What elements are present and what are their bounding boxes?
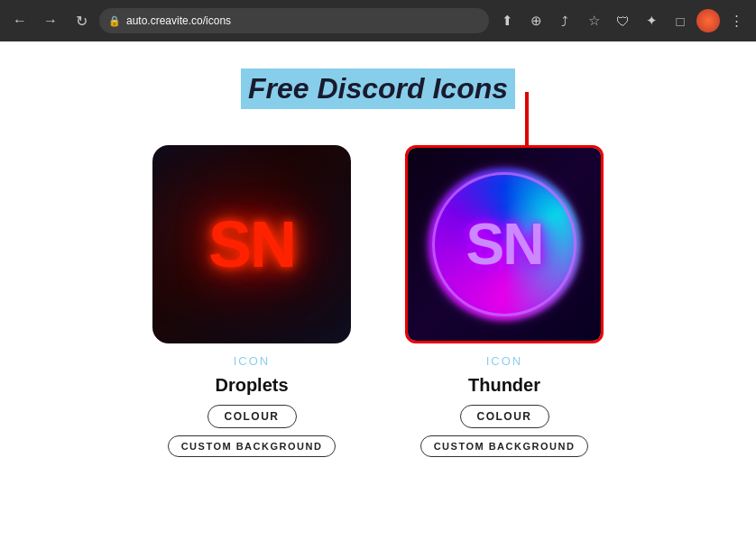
address-bar[interactable]: 🔒 auto.creavite.co/icons <box>99 8 489 33</box>
url-text: auto.creavite.co/icons <box>126 14 231 27</box>
reload-button[interactable]: ↻ <box>69 8 94 33</box>
zoom-icon[interactable]: ⊕ <box>523 8 549 33</box>
droplets-colour-button[interactable]: COLOUR <box>207 405 297 428</box>
tab-icon[interactable]: □ <box>668 8 693 33</box>
droplets-custom-bg-button[interactable]: CUSTOM BACKGROUND <box>168 435 337 457</box>
thunder-circle: SN <box>432 172 576 316</box>
page-content: Free Discord Icons SN ICON Droplets COLO… <box>0 41 756 484</box>
card-thunder: SN ICON Thunder COLOUR CUSTOM BACKGROUND <box>405 145 604 457</box>
droplets-icon: SN <box>152 145 351 343</box>
card-droplets: SN ICON Droplets COLOUR CUSTOM BACKGROUN… <box>152 145 351 457</box>
shield-icon[interactable]: 🛡 <box>610 8 635 33</box>
page-title: Free Discord Icons <box>241 69 515 109</box>
thunder-icon-text: SN <box>466 211 543 278</box>
droplets-icon-text: SN <box>208 207 295 281</box>
extensions-icon[interactable]: ✦ <box>639 8 664 33</box>
thunder-name: Thunder <box>468 375 540 396</box>
droplets-image-wrapper: SN <box>152 145 351 343</box>
content-wrapper: Free Discord Icons SN ICON Droplets COLO… <box>0 41 756 484</box>
droplets-name: Droplets <box>215 375 288 396</box>
thunder-image-wrapper: SN <box>405 145 604 343</box>
profile-icon[interactable] <box>696 9 720 32</box>
forward-button[interactable]: → <box>38 8 63 33</box>
thunder-label: ICON <box>486 354 523 368</box>
browser-chrome: ← → ↻ 🔒 auto.creavite.co/icons ⬆ ⊕ ⤴ ☆ 🛡… <box>0 0 756 41</box>
lock-icon: 🔒 <box>108 15 121 27</box>
bookmark-icon[interactable]: ☆ <box>581 8 606 33</box>
share-icon[interactable]: ⤴ <box>552 8 577 33</box>
back-button[interactable]: ← <box>7 8 32 33</box>
cards-row: SN ICON Droplets COLOUR CUSTOM BACKGROUN… <box>152 145 604 457</box>
droplets-label: ICON <box>234 354 271 368</box>
thunder-custom-bg-button[interactable]: CUSTOM BACKGROUND <box>420 435 589 457</box>
browser-actions: ⬆ ⊕ ⤴ ☆ 🛡 ✦ □ ⋮ <box>494 8 749 33</box>
thunder-colour-button[interactable]: COLOUR <box>460 405 549 428</box>
thunder-icon: SN <box>408 148 601 341</box>
download-icon[interactable]: ⬆ <box>494 8 520 33</box>
menu-icon[interactable]: ⋮ <box>724 8 749 33</box>
